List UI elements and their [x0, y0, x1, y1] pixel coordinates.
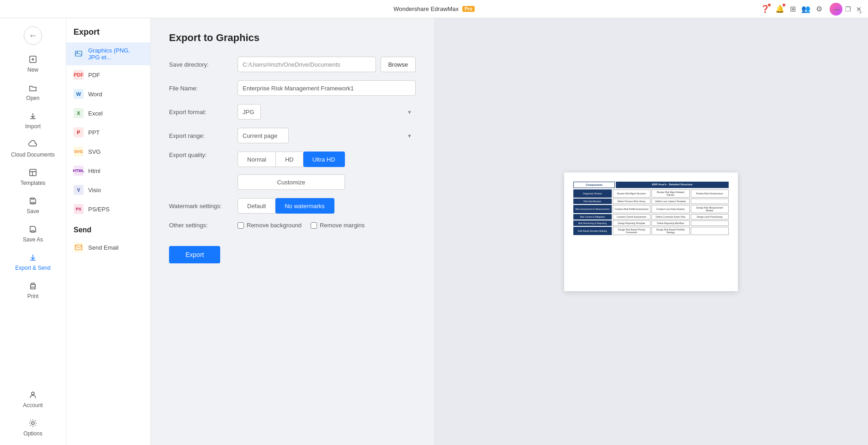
quality-buttons: Normal HD Ultra HD [238, 152, 345, 167]
open-icon [27, 82, 38, 93]
excel-label: Excel [88, 110, 103, 117]
import-icon [27, 110, 38, 121]
titlebar: Wondershare EdrawMax Pro ❓ 🔔 ⊞ 👥 ⚙ — ❐ ✕ [0, 0, 868, 18]
customize-button[interactable]: Customize [238, 174, 345, 190]
minimize-btn[interactable]: — [833, 5, 841, 13]
community-icon[interactable]: 👥 [801, 5, 810, 13]
send-section-title: Send [66, 219, 150, 238]
export-item-visio[interactable]: V Visio [66, 180, 150, 199]
diag-cell: Review Risk Infrastructure [691, 189, 729, 198]
new-icon [27, 54, 38, 65]
quality-ultrahd-btn[interactable]: Ultra HD [303, 152, 345, 167]
print-icon [27, 280, 38, 291]
other-settings-label: Other settings: [169, 222, 233, 229]
ppt-icon: P [74, 127, 84, 137]
quality-hd-btn[interactable]: HD [276, 152, 303, 167]
save-directory-input[interactable] [238, 57, 376, 72]
svg-rect-12 [32, 283, 34, 284]
help-icon[interactable]: ❓ [761, 5, 770, 13]
remove-background-checkbox[interactable]: Remove background [238, 222, 302, 229]
file-name-row: File Name: [169, 80, 416, 96]
svg-point-14 [32, 392, 34, 395]
main-container: ← New + Open Import Cloud Documents [0, 18, 868, 445]
export-format-row: Export format: JPG PNG BMP TIFF SVG [169, 104, 416, 120]
sidebar-item-new[interactable]: New + [0, 49, 66, 78]
sidebar-item-templates[interactable]: Templates [0, 162, 66, 191]
visio-label: Visio [88, 187, 101, 194]
diag-cell: Diagnostic Review [573, 189, 612, 198]
diag-cell [691, 220, 729, 226]
account-icon [27, 389, 38, 400]
export-item-excel[interactable]: X Excel [66, 104, 150, 123]
sidebar-item-saveas[interactable]: Save As [0, 219, 66, 247]
export-item-word[interactable]: W Word [66, 84, 150, 104]
app-title: Wondershare EdrawMax Pro [393, 5, 475, 12]
html-icon: HTML [74, 166, 84, 176]
settings-icon[interactable]: ⚙ [816, 5, 822, 13]
diag-cell: Review Risk Mgmt Related Policies [651, 189, 690, 198]
email-icon [74, 242, 84, 252]
sidebar-item-account[interactable]: Account [0, 385, 66, 413]
diag-cell: Design Reporting Template [613, 220, 651, 226]
svg-label: SVG [88, 148, 101, 155]
export-item-svg[interactable]: SVG SVG [66, 142, 150, 161]
export-sidebar-title: Export [66, 18, 150, 42]
export-item-ppt[interactable]: P PPT [66, 123, 150, 142]
sidebar-item-cloud[interactable]: Cloud Documents [0, 134, 66, 162]
watermark-label: Watermark settings: [169, 203, 233, 209]
watermark-buttons: Default No watermarks [238, 198, 416, 214]
export-item-graphics[interactable]: Graphics (PNG, JPG et... [66, 42, 150, 65]
browse-button[interactable]: Browse [381, 57, 416, 72]
templates-icon [27, 167, 38, 178]
export-format-select[interactable]: JPG PNG BMP TIFF SVG [238, 104, 261, 120]
watermark-default-btn[interactable]: Default [238, 198, 275, 214]
export-range-select[interactable]: Current page All pages Selected pages [238, 128, 289, 143]
sidebar-item-export[interactable]: Export & Send [0, 247, 66, 276]
quality-normal-btn[interactable]: Normal [238, 152, 276, 167]
svg-rect-8 [32, 198, 34, 199]
export-button[interactable]: Export [169, 246, 220, 263]
svg-rect-11 [31, 287, 35, 289]
sidebar-item-options[interactable]: Options [0, 413, 66, 441]
email-label: Send Email [88, 244, 118, 251]
svg-point-17 [77, 52, 78, 53]
word-icon: W [74, 89, 84, 99]
remove-margins-checkbox[interactable]: Remove margins [311, 222, 365, 229]
diag-cell: Risk Based Decision Making [573, 227, 612, 235]
send-email-item[interactable]: Send Email [66, 238, 150, 257]
diag-cell: Risk Monitoring & Reporting [573, 220, 612, 226]
checkbox-row: Remove background Remove margins [238, 222, 416, 229]
grid-icon[interactable]: ⊞ [790, 5, 796, 13]
diag-cell: Review Risk Mgmt Structure [613, 189, 651, 198]
notification-icon[interactable]: 🔔 [775, 5, 784, 13]
watermark-none-btn[interactable]: No watermarks [275, 198, 334, 214]
export-item-pdf[interactable]: PDF PDF [66, 65, 150, 84]
sidebar-item-import[interactable]: Import [0, 106, 66, 134]
svg-point-13 [35, 285, 36, 286]
remove-margins-input[interactable] [311, 222, 317, 229]
export-item-html[interactable]: HTML Html [66, 161, 150, 180]
saveas-icon [27, 224, 38, 235]
graphics-icon [74, 49, 84, 59]
export-quality-row: Export quality: Normal HD Ultra HD Custo… [169, 152, 416, 190]
maximize-btn[interactable]: ❐ [844, 5, 852, 13]
watermark-row: Watermark settings: Default No watermark… [169, 198, 416, 214]
export-range-wrapper: Current page All pages Selected pages [238, 128, 416, 143]
diagram-row-6: Risk Based Decision Making Design Risk B… [573, 227, 729, 235]
file-name-input[interactable] [238, 80, 416, 96]
remove-background-input[interactable] [238, 222, 244, 229]
export-icon [27, 252, 38, 263]
diagram-row-1: Diagnostic Review Review Risk Mgmt Struc… [573, 189, 729, 198]
diag-cell: Design Risk Based Pricing Framework [613, 227, 651, 235]
save-icon [27, 195, 38, 206]
sidebar-item-open[interactable]: Open [0, 78, 66, 106]
sidebar-item-save[interactable]: Save [0, 191, 66, 219]
export-form-panel: Export to Graphics Save directory: Brows… [151, 18, 434, 445]
html-label: Html [88, 168, 101, 174]
export-item-pseps[interactable]: PS PS/EPS [66, 199, 150, 219]
sidebar-item-print[interactable]: Print [0, 276, 66, 304]
back-button[interactable]: ← [24, 26, 42, 45]
diagram-row-5: Risk Monitoring & Reporting Design Repor… [573, 220, 729, 226]
export-range-label: Export range: [169, 132, 233, 139]
diag-cell: Define Reporting Workflow [651, 220, 690, 226]
